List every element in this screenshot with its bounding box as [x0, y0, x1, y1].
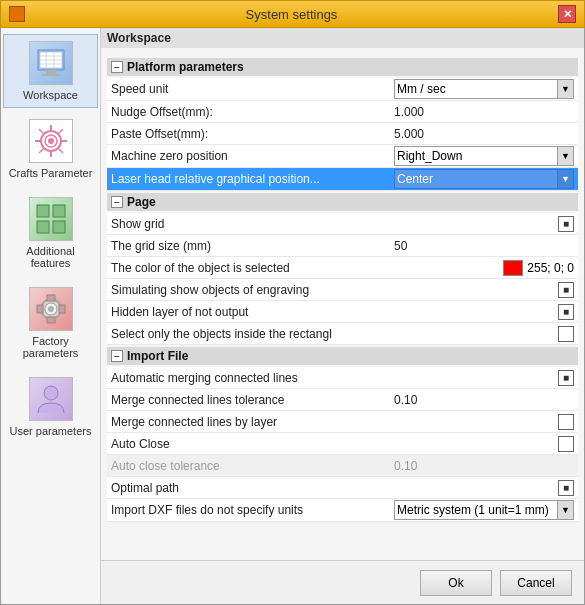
param-merge-tol-value: 0.10: [394, 393, 574, 407]
collapse-page-icon[interactable]: −: [111, 196, 123, 208]
group-platform-header[interactable]: − Platform parameters: [107, 58, 578, 76]
machine-zero-select[interactable]: Right_Down: [394, 146, 558, 166]
machine-zero-dropdown-container: Right_Down ▼: [394, 146, 574, 166]
group-platform-label: Platform parameters: [127, 60, 244, 74]
svg-point-11: [48, 138, 54, 144]
param-merge-tol-label: Merge connected lines tolerance: [111, 393, 394, 407]
table-row: Merge connected lines by layer: [107, 411, 578, 433]
sidebar-crafts-label: Crafts Parameter: [9, 167, 93, 179]
collapse-import-icon[interactable]: −: [111, 350, 123, 362]
merge-layer-checkbox[interactable]: [558, 414, 574, 430]
content-panel: Workspace − Platform parameters Speed un…: [101, 28, 584, 604]
svg-point-31: [44, 386, 58, 400]
hidden-layer-checkbox[interactable]: [558, 304, 574, 320]
table-row: Automatic merging connected lines: [107, 367, 578, 389]
param-nudge-label: Nudge Offset(mm):: [111, 105, 394, 119]
sidebar-item-factory[interactable]: Factory parameters: [3, 280, 98, 366]
speed-unit-dropdown-container: Mm / sec ▼: [394, 79, 574, 99]
param-laser-head-label: Laser head relative graphical position..…: [111, 172, 394, 186]
table-row: Auto close tolerance 0.10: [107, 455, 578, 477]
group-page-header[interactable]: − Page: [107, 193, 578, 211]
table-row: Laser head relative graphical position..…: [107, 168, 578, 191]
svg-rect-29: [37, 305, 43, 313]
group-import-label: Import File: [127, 349, 188, 363]
sidebar-item-crafts[interactable]: Crafts Parameter: [3, 112, 98, 186]
table-row: Optimal path: [107, 477, 578, 499]
table-row: Show grid: [107, 213, 578, 235]
sidebar-factory-label: Factory parameters: [8, 335, 93, 359]
speed-unit-dropdown-arrow[interactable]: ▼: [558, 79, 574, 99]
machine-zero-dropdown-arrow[interactable]: ▼: [558, 146, 574, 166]
speed-unit-select[interactable]: Mm / sec: [394, 79, 558, 99]
table-row: The grid size (mm) 50: [107, 235, 578, 257]
param-show-grid-label: Show grid: [111, 217, 558, 231]
param-speed-unit-label: Speed unit: [111, 82, 394, 96]
show-grid-checkbox[interactable]: [558, 216, 574, 232]
table-row: Speed unit Mm / sec ▼: [107, 78, 578, 101]
param-import-dxf-label: Import DXF files do not specify units: [111, 503, 394, 517]
param-grid-size-label: The grid size (mm): [111, 239, 394, 253]
param-auto-close-tol-label: Auto close tolerance: [111, 459, 394, 473]
table-row: Machine zero position Right_Down ▼: [107, 145, 578, 168]
sidebar-item-user[interactable]: User parameters: [3, 370, 98, 444]
svg-rect-20: [37, 205, 49, 217]
user-icon: [29, 377, 73, 421]
svg-rect-8: [42, 74, 60, 76]
cancel-button[interactable]: Cancel: [500, 570, 572, 596]
sidebar-item-additional[interactable]: Additional features: [3, 190, 98, 276]
table-row: The color of the object is selected 255;…: [107, 257, 578, 279]
svg-rect-30: [59, 305, 65, 313]
svg-rect-28: [47, 317, 55, 323]
table-row: Hidden layer of not output: [107, 301, 578, 323]
svg-rect-27: [47, 295, 55, 301]
table-row: Paste Offset(mm): 5.000: [107, 123, 578, 145]
ok-button[interactable]: Ok: [420, 570, 492, 596]
param-auto-close-label: Auto Close: [111, 437, 558, 451]
section-title: Workspace: [101, 28, 584, 48]
sidebar: Workspace Crafts Parameter: [1, 28, 101, 604]
import-dxf-dropdown-container: Metric system (1 unit=1 mm) ▼: [394, 500, 574, 520]
content-inner: − Platform parameters Speed unit Mm / se…: [101, 50, 584, 560]
param-auto-merge-label: Automatic merging connected lines: [111, 371, 558, 385]
table-row: Auto Close: [107, 433, 578, 455]
window-title: System settings: [25, 7, 558, 22]
svg-line-16: [39, 129, 44, 134]
sidebar-additional-label: Additional features: [8, 245, 93, 269]
auto-close-checkbox[interactable]: [558, 436, 574, 452]
param-auto-close-tol-value: 0.10: [394, 459, 574, 473]
simulate-checkbox[interactable]: [558, 282, 574, 298]
param-paste-value: 5.000: [394, 127, 574, 141]
svg-line-18: [58, 129, 63, 134]
optimal-path-checkbox[interactable]: [558, 480, 574, 496]
laser-head-dropdown-arrow[interactable]: ▼: [558, 169, 574, 189]
svg-rect-7: [46, 70, 56, 74]
collapse-platform-icon[interactable]: −: [111, 61, 123, 73]
svg-rect-21: [53, 205, 65, 217]
color-value-text: 255; 0; 0: [527, 261, 574, 275]
color-value-container: 255; 0; 0: [503, 260, 574, 276]
table-row: Select only the objects inside the recta…: [107, 323, 578, 345]
title-bar: System settings ✕: [0, 0, 585, 28]
svg-line-17: [58, 148, 63, 153]
import-dxf-select[interactable]: Metric system (1 unit=1 mm): [394, 500, 558, 520]
import-dxf-dropdown-arrow[interactable]: ▼: [558, 500, 574, 520]
param-nudge-value: 1.000: [394, 105, 574, 119]
crafts-icon: [29, 119, 73, 163]
svg-rect-23: [53, 221, 65, 233]
main-container: Workspace Crafts Parameter: [0, 28, 585, 605]
laser-head-select[interactable]: Center: [394, 169, 558, 189]
svg-point-26: [48, 306, 54, 312]
select-rect-checkbox[interactable]: [558, 326, 574, 342]
param-select-rect-label: Select only the objects inside the recta…: [111, 327, 558, 341]
group-page-label: Page: [127, 195, 156, 209]
auto-merge-checkbox[interactable]: [558, 370, 574, 386]
param-hidden-label: Hidden layer of not output: [111, 305, 558, 319]
svg-rect-22: [37, 221, 49, 233]
table-row: Merge connected lines tolerance 0.10: [107, 389, 578, 411]
group-import-header[interactable]: − Import File: [107, 347, 578, 365]
workspace-icon: [29, 41, 73, 85]
bottom-bar: Ok Cancel: [101, 560, 584, 604]
color-swatch[interactable]: [503, 260, 523, 276]
close-button[interactable]: ✕: [558, 5, 576, 23]
sidebar-item-workspace[interactable]: Workspace: [3, 34, 98, 108]
